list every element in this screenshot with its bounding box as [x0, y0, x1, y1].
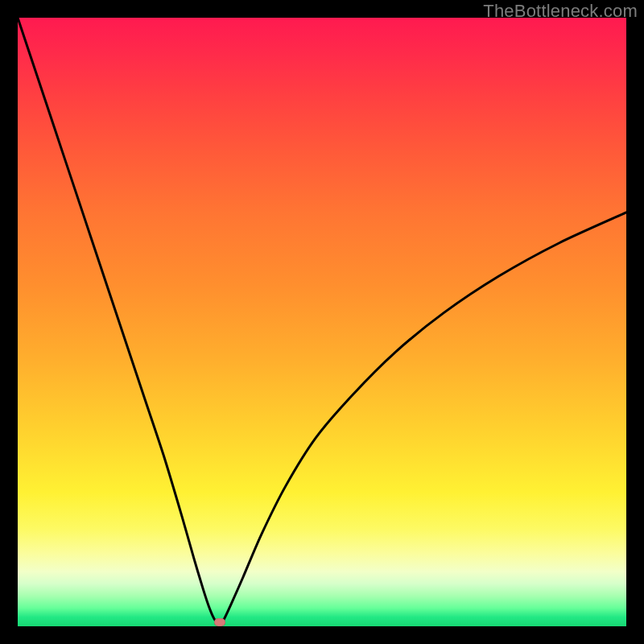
plot-frame — [18, 18, 626, 626]
bottleneck-curve — [18, 18, 626, 623]
plot-area — [18, 18, 626, 626]
optimal-point-marker — [214, 618, 225, 626]
curve-layer — [18, 18, 626, 626]
